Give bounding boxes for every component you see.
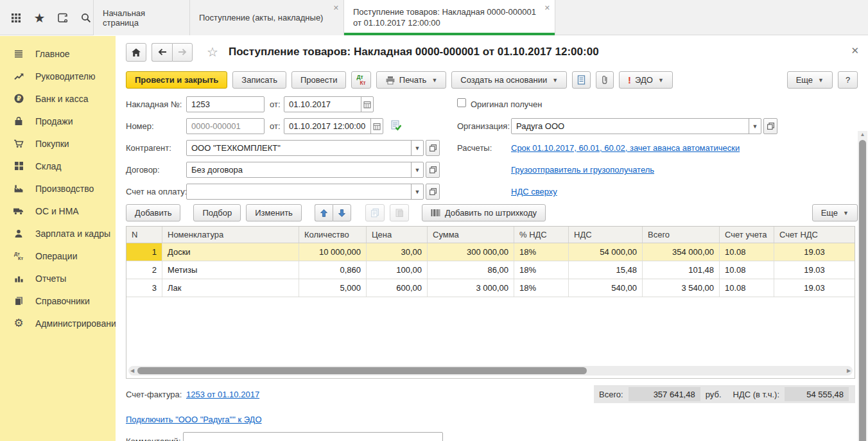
organization-combo[interactable]: Радуга ООО ▼: [511, 118, 761, 134]
scroll-right-icon[interactable]: ▶: [845, 368, 853, 374]
copy-row-button[interactable]: [365, 204, 385, 221]
column-header[interactable]: Всего: [643, 227, 720, 243]
sidebar-item-operations[interactable]: ДтКт Операции: [0, 245, 116, 267]
quantity-cell[interactable]: 10 000,000: [299, 243, 367, 261]
sidebar-item-warehouse[interactable]: Склад: [0, 155, 116, 177]
history-scroll-icon[interactable]: [56, 10, 70, 26]
calendar-icon[interactable]: [361, 97, 373, 112]
search-icon[interactable]: [79, 10, 93, 26]
column-header[interactable]: N: [126, 227, 162, 243]
favorite-star-icon[interactable]: ☆: [207, 44, 218, 60]
forward-button[interactable]: [172, 43, 193, 62]
shipper-consignee-link[interactable]: Грузоотправитель и грузополучатель: [511, 165, 654, 175]
related-documents-button[interactable]: [572, 71, 591, 89]
invoice-received-link[interactable]: 1253 от 01.10.2017: [186, 390, 259, 399]
vat-rate-cell[interactable]: 18%: [514, 279, 569, 297]
contract-open-button[interactable]: [426, 162, 440, 178]
sidebar-item-reports[interactable]: Отчеты: [0, 267, 116, 290]
sidebar-item-production[interactable]: Производство: [0, 177, 116, 200]
tab-home-page[interactable]: Начальная страница: [93, 0, 189, 35]
number-date-input[interactable]: 01.10.2017 12:00:00: [284, 118, 383, 134]
column-header[interactable]: Номенклатура: [162, 227, 299, 243]
sidebar-item-salary-hr[interactable]: Зарплата и кадры: [0, 222, 116, 245]
counterparty-combo[interactable]: ООО "ТЕХКОМПЛЕКТ" ▼: [186, 140, 424, 156]
vat-rate-cell[interactable]: 18%: [514, 261, 569, 279]
sidebar-item-administration[interactable]: ⚙ Администрирование: [0, 312, 116, 334]
price-cell[interactable]: 30,00: [367, 243, 428, 261]
move-up-button[interactable]: [315, 204, 333, 221]
sidebar-item-fixed-assets[interactable]: ОС и НМА: [0, 200, 116, 222]
amount-cell[interactable]: 86,00: [428, 261, 514, 279]
connect-edo-link[interactable]: Подключить "ООО "Радуга"" к ЭДО: [126, 415, 262, 424]
tab-receipts-list[interactable]: Поступление (акты, накладные) ✕: [189, 0, 343, 35]
dt-kt-postings-button[interactable]: ДтКт: [351, 71, 370, 89]
account-cell[interactable]: 10.08: [720, 261, 774, 279]
payment-invoice-open-button[interactable]: [426, 184, 440, 200]
column-header[interactable]: Цена: [367, 227, 428, 243]
number-input[interactable]: 0000-000001: [186, 118, 265, 134]
account-cell[interactable]: 10.08: [720, 279, 774, 297]
vat-account-cell[interactable]: 19.03: [774, 279, 855, 297]
post-button[interactable]: Провести: [291, 71, 347, 89]
amount-cell[interactable]: 3 000,00: [428, 279, 514, 297]
invoice-no-input[interactable]: 1253: [186, 96, 265, 112]
price-cell[interactable]: 600,00: [367, 279, 428, 297]
save-button[interactable]: Записать: [232, 71, 286, 89]
price-cell[interactable]: 100,00: [367, 261, 428, 279]
sidebar-item-main[interactable]: Главное: [0, 42, 116, 65]
create-based-on-button[interactable]: Создать на основании▼: [451, 71, 567, 89]
counterparty-open-button[interactable]: [426, 140, 440, 156]
back-button[interactable]: [152, 43, 172, 62]
total-cell[interactable]: 3 540,00: [643, 279, 720, 297]
sidebar-item-bank-cash[interactable]: ₽ Банк и касса: [0, 87, 116, 110]
quantity-cell[interactable]: 0,860: [299, 261, 367, 279]
attachments-button[interactable]: [596, 71, 614, 89]
sidebar-item-purchases[interactable]: Покупки: [0, 132, 116, 155]
chevron-down-icon[interactable]: ▼: [411, 184, 423, 199]
edo-button[interactable]: ! ЭДО▼: [619, 71, 673, 89]
vat-account-cell[interactable]: 19.03: [774, 243, 855, 261]
table-row[interactable]: 2 Метизы 0,860 100,00 86,00 18% 15,48 10…: [126, 261, 855, 279]
more-button[interactable]: Еще▼: [787, 71, 833, 89]
help-button[interactable]: ?: [838, 71, 858, 89]
items-more-button[interactable]: Еще▼: [812, 204, 858, 221]
contract-combo[interactable]: Без договора ▼: [186, 162, 424, 178]
close-form-icon[interactable]: ✕: [851, 45, 859, 56]
sidebar-item-sales[interactable]: Продажи: [0, 110, 116, 132]
apps-grid-icon[interactable]: [9, 10, 23, 26]
row-number-cell[interactable]: 2: [126, 261, 162, 279]
sidebar-item-manager[interactable]: Руководителю: [0, 65, 116, 87]
table-row[interactable]: 1 Доски 10 000,000 30,00 300 000,00 18% …: [126, 243, 855, 261]
move-down-button[interactable]: [333, 204, 351, 221]
tab-close-icon[interactable]: ✕: [333, 4, 339, 12]
home-button[interactable]: [126, 43, 146, 62]
scrollbar-thumb[interactable]: [137, 367, 587, 374]
column-header[interactable]: Счет НДС: [774, 227, 855, 243]
table-row[interactable]: 3 Лак 5,000 600,00 3 000,00 18% 540,00 3…: [126, 279, 855, 297]
row-number-cell[interactable]: 1: [126, 243, 162, 261]
amount-cell[interactable]: 300 000,00: [428, 243, 514, 261]
scroll-up-icon[interactable]: ▲: [858, 131, 867, 139]
quantity-cell[interactable]: 5,000: [299, 279, 367, 297]
print-button[interactable]: Печать▼: [376, 71, 447, 89]
vat-cell[interactable]: 15,48: [569, 261, 643, 279]
nomenclature-cell[interactable]: Доски: [162, 243, 299, 261]
invoice-date-input[interactable]: 01.10.2017: [284, 96, 374, 112]
column-header[interactable]: НДС: [569, 227, 643, 243]
column-header[interactable]: Счет учета: [720, 227, 774, 243]
settlements-link[interactable]: Срок 01.10.2017, 60.01, 60.02, зачет ава…: [511, 143, 740, 153]
original-received-checkbox[interactable]: [457, 98, 466, 107]
add-row-button[interactable]: Добавить: [126, 204, 180, 221]
vat-mode-link[interactable]: НДС сверху: [511, 187, 557, 196]
vat-rate-cell[interactable]: 18%: [514, 243, 569, 261]
calendar-icon[interactable]: [370, 119, 383, 134]
favorites-star-icon[interactable]: ★: [32, 10, 46, 26]
column-header[interactable]: Сумма: [428, 227, 514, 243]
pick-items-button[interactable]: Подбор: [193, 204, 241, 221]
vat-cell[interactable]: 540,00: [569, 279, 643, 297]
comment-input[interactable]: [183, 432, 443, 441]
organization-open-button[interactable]: [763, 118, 777, 134]
post-and-close-button[interactable]: Провести и закрыть: [126, 71, 227, 89]
form-vertical-scrollbar[interactable]: ▲: [858, 131, 867, 441]
total-cell[interactable]: 354 000,00: [643, 243, 720, 261]
